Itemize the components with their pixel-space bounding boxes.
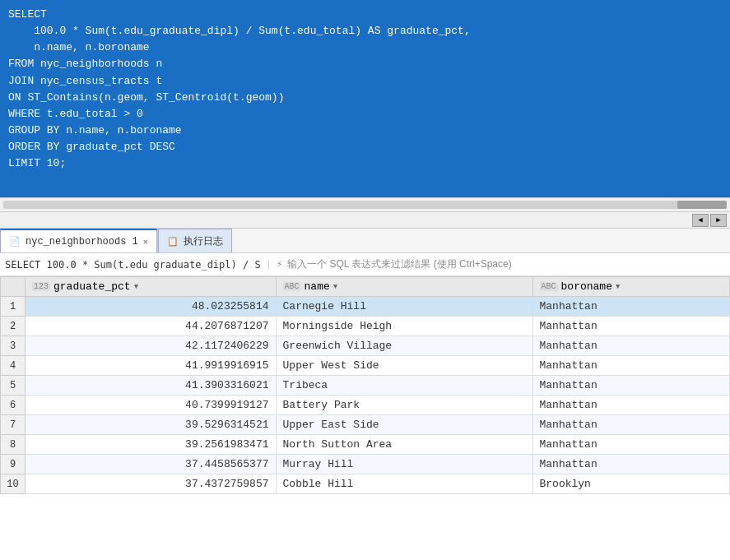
cell-name: Upper West Side xyxy=(276,356,532,376)
column-header-name[interactable]: ABCname▼ xyxy=(276,277,532,297)
tab-close-button[interactable]: ✕ xyxy=(143,237,148,247)
cell-graduate-pct: 41.3903316021 xyxy=(26,376,277,396)
row-number: 10 xyxy=(1,474,26,494)
sql-line: WHERE t.edu_total > 0 xyxy=(8,106,722,123)
cell-graduate-pct: 41.9919916915 xyxy=(26,356,277,376)
editor-scrollbar-area xyxy=(0,197,730,212)
row-number: 5 xyxy=(1,376,26,396)
row-number: 8 xyxy=(1,435,26,455)
cell-boroname: Manhattan xyxy=(532,435,729,455)
sql-editor[interactable]: SELECT 100.0 * Sum(t.edu_graduate_dipl) … xyxy=(0,0,730,197)
cell-boroname: Manhattan xyxy=(532,356,729,376)
current-sql-preview: SELECT 100.0 * Sum(t.edu graduate_dipl) … xyxy=(5,259,261,271)
cell-boroname: Manhattan xyxy=(532,376,729,396)
filter-separator: | xyxy=(266,259,272,271)
tab-nyc_neighborhoods-1[interactable]: 📄nyc_neighborhoods 1✕ xyxy=(0,229,157,252)
sql-line: SELECT xyxy=(8,7,722,23)
tab-icon: 📋 xyxy=(167,236,179,247)
sql-line: FROM nyc_neighborhoods n xyxy=(8,56,722,72)
row-number-header xyxy=(1,277,26,297)
results-table-container: 123graduate_pct▼ABCname▼ABCboroname▼ 148… xyxy=(0,276,730,494)
table-row[interactable]: 148.023255814Carnegie HillManhattan xyxy=(1,297,730,317)
cell-boroname: Manhattan xyxy=(532,317,729,336)
col-type-badge: ABC xyxy=(540,282,558,291)
cell-boroname: Manhattan xyxy=(532,415,729,435)
filter-input-placeholder[interactable]: 输入一个 SQL 表达式来过滤结果 (使用 Ctrl+Space) xyxy=(287,257,725,271)
cell-name: Tribeca xyxy=(276,376,532,396)
tab-label: nyc_neighborhoods 1 xyxy=(26,236,138,248)
sql-line: JOIN nyc_census_tracts t xyxy=(8,73,722,90)
cell-graduate-pct: 44.2076871207 xyxy=(26,317,277,336)
sql-line: LIMIT 10; xyxy=(8,155,722,172)
scrollbar-thumb[interactable] xyxy=(677,201,727,209)
table-row[interactable]: 839.2561983471North Sutton AreaManhattan xyxy=(1,435,730,455)
table-row[interactable]: 541.3903316021TribecaManhattan xyxy=(1,376,730,396)
table-row[interactable]: 640.7399919127Battery ParkManhattan xyxy=(1,396,730,415)
sql-line: ON ST_Contains(n.geom, ST_Centroid(t.geo… xyxy=(8,90,722,106)
cell-boroname: Manhattan xyxy=(532,297,729,317)
nav-arrows: ◀ ▶ xyxy=(692,214,727,227)
nav-left-arrow[interactable]: ◀ xyxy=(692,214,709,227)
row-number: 1 xyxy=(1,297,26,317)
cell-name: Upper East Side xyxy=(276,415,532,435)
table-row[interactable]: 342.1172406229Greenwich VillageManhattan xyxy=(1,336,730,356)
sql-line: GROUP BY n.name, n.boroname xyxy=(8,123,722,139)
col-name: boroname xyxy=(561,280,612,293)
sql-line: 100.0 * Sum(t.edu_graduate_dipl) / Sum(t… xyxy=(8,23,722,39)
cell-graduate-pct: 42.1172406229 xyxy=(26,336,277,356)
sql-line: n.name, n.boroname xyxy=(8,39,722,56)
cell-name: Cobble Hill xyxy=(276,474,532,494)
col-type-badge: 123 xyxy=(32,282,50,291)
row-number: 3 xyxy=(1,336,26,356)
sort-arrow-icon[interactable]: ▼ xyxy=(333,283,337,291)
table-row[interactable]: 1037.4372759857Cobble HillBrooklyn xyxy=(1,474,730,494)
sort-arrow-icon[interactable]: ▼ xyxy=(616,283,620,291)
cell-graduate-pct: 39.5296314521 xyxy=(26,415,277,435)
column-header-graduate_pct[interactable]: 123graduate_pct▼ xyxy=(26,277,277,297)
sql-filter-bar: SELECT 100.0 * Sum(t.edu graduate_dipl) … xyxy=(0,253,730,276)
cell-graduate-pct: 37.4458565377 xyxy=(26,455,277,474)
cell-boroname: Manhattan xyxy=(532,336,729,356)
tab-label: 执行日志 xyxy=(184,234,223,248)
column-header-boroname[interactable]: ABCboroname▼ xyxy=(532,277,729,297)
row-number: 2 xyxy=(1,317,26,336)
col-name: graduate_pct xyxy=(53,280,131,293)
table-row[interactable]: 739.5296314521Upper East SideManhattan xyxy=(1,415,730,435)
cell-name: North Sutton Area xyxy=(276,435,532,455)
row-number: 4 xyxy=(1,356,26,376)
nav-right-arrow[interactable]: ▶ xyxy=(710,214,727,227)
tabs-bar: 📄nyc_neighborhoods 1✕📋执行日志 xyxy=(0,229,730,253)
filter-icon: ⚡ xyxy=(277,258,282,271)
col-name: name xyxy=(305,280,330,293)
tab-执行日志[interactable]: 📋执行日志 xyxy=(158,229,232,252)
table-row[interactable]: 244.2076871207Morningside HeighManhattan xyxy=(1,317,730,336)
scrollbar-track[interactable] xyxy=(3,201,727,209)
cell-name: Carnegie Hill xyxy=(276,297,532,317)
editor-bottom-bar: ◀ ▶ xyxy=(0,212,730,229)
cell-name: Battery Park xyxy=(276,396,532,415)
cell-graduate-pct: 40.7399919127 xyxy=(26,396,277,415)
row-number: 7 xyxy=(1,415,26,435)
cell-graduate-pct: 37.4372759857 xyxy=(26,474,277,494)
table-row[interactable]: 441.9919916915Upper West SideManhattan xyxy=(1,356,730,376)
sql-line: ORDER BY graduate_pct DESC xyxy=(8,139,722,155)
cell-boroname: Manhattan xyxy=(532,455,729,474)
cell-boroname: Brooklyn xyxy=(532,474,729,494)
cell-boroname: Manhattan xyxy=(532,396,729,415)
cell-name: Greenwich Village xyxy=(276,336,532,356)
row-number: 6 xyxy=(1,396,26,415)
cell-name: Morningside Heigh xyxy=(276,317,532,336)
cell-graduate-pct: 48.023255814 xyxy=(26,297,277,317)
results-table: 123graduate_pct▼ABCname▼ABCboroname▼ 148… xyxy=(0,276,730,494)
col-type-badge: ABC xyxy=(283,282,301,291)
row-number: 9 xyxy=(1,455,26,474)
tab-icon: 📄 xyxy=(9,236,21,247)
cell-graduate-pct: 39.2561983471 xyxy=(26,435,277,455)
sort-arrow-icon[interactable]: ▼ xyxy=(134,283,138,291)
cell-name: Murray Hill xyxy=(276,455,532,474)
table-row[interactable]: 937.4458565377Murray HillManhattan xyxy=(1,455,730,474)
